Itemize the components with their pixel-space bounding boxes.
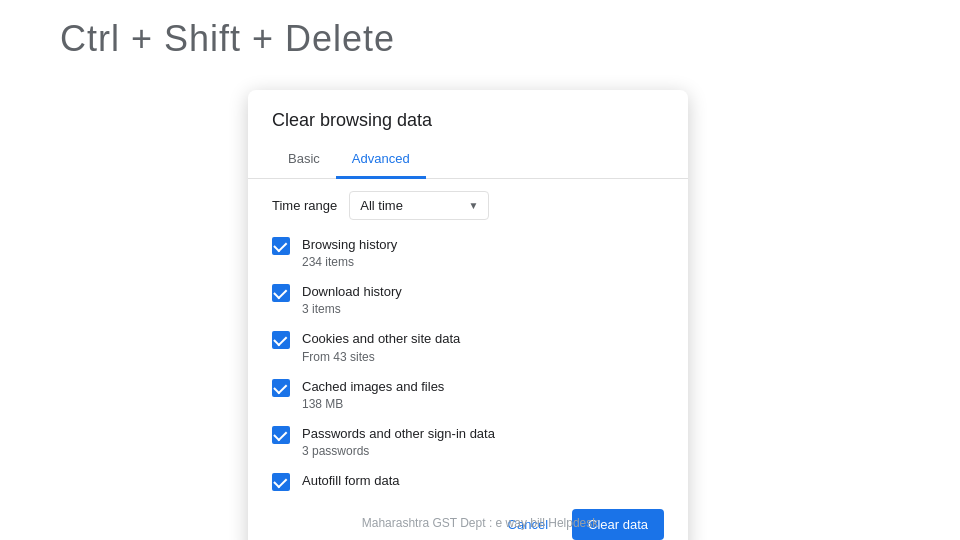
list-item: Passwords and other sign-in data 3 passw…	[272, 425, 664, 458]
tab-advanced[interactable]: Advanced	[336, 141, 426, 179]
clear-browsing-data-dialog: Clear browsing data Basic Advanced Time …	[248, 90, 688, 540]
dialog-title: Clear browsing data	[248, 90, 688, 141]
list-item: Cookies and other site data From 43 site…	[272, 330, 664, 363]
download-history-text: Download history 3 items	[302, 283, 664, 316]
cancel-button[interactable]: Cancel	[492, 509, 564, 540]
dialog-body: Time range All time ▼ Browsing history 2…	[248, 179, 688, 499]
list-item: Browsing history 234 items	[272, 236, 664, 269]
tab-basic[interactable]: Basic	[272, 141, 336, 179]
browsing-history-title: Browsing history	[302, 236, 664, 254]
time-range-label: Time range	[272, 198, 337, 213]
keyboard-shortcut: Ctrl + Shift + Delete	[60, 18, 395, 60]
clear-data-button[interactable]: Clear data	[572, 509, 664, 540]
cookies-text: Cookies and other site data From 43 site…	[302, 330, 664, 363]
list-item: Cached images and files 138 MB	[272, 378, 664, 411]
cookies-title: Cookies and other site data	[302, 330, 664, 348]
browsing-history-checkbox[interactable]	[272, 237, 290, 255]
browsing-history-subtitle: 234 items	[302, 255, 664, 269]
cookies-checkbox[interactable]	[272, 331, 290, 349]
autofill-text: Autofill form data	[302, 472, 664, 491]
time-range-value: All time	[360, 198, 403, 213]
passwords-title: Passwords and other sign-in data	[302, 425, 664, 443]
time-range-row: Time range All time ▼	[272, 191, 664, 220]
download-history-subtitle: 3 items	[302, 302, 664, 316]
list-item: Download history 3 items	[272, 283, 664, 316]
download-history-checkbox[interactable]	[272, 284, 290, 302]
cached-images-subtitle: 138 MB	[302, 397, 664, 411]
cached-images-text: Cached images and files 138 MB	[302, 378, 664, 411]
dialog-footer: Cancel Clear data	[248, 499, 688, 540]
browsing-history-text: Browsing history 234 items	[302, 236, 664, 269]
cookies-subtitle: From 43 sites	[302, 350, 664, 364]
autofill-title: Autofill form data	[302, 472, 664, 490]
tabs-row: Basic Advanced	[248, 141, 688, 179]
cached-images-checkbox[interactable]	[272, 379, 290, 397]
download-history-title: Download history	[302, 283, 664, 301]
autofill-checkbox[interactable]	[272, 473, 290, 491]
passwords-checkbox[interactable]	[272, 426, 290, 444]
cached-images-title: Cached images and files	[302, 378, 664, 396]
dropdown-arrow-icon: ▼	[468, 200, 478, 211]
passwords-text: Passwords and other sign-in data 3 passw…	[302, 425, 664, 458]
passwords-subtitle: 3 passwords	[302, 444, 664, 458]
time-range-select[interactable]: All time ▼	[349, 191, 489, 220]
list-item: Autofill form data	[272, 472, 664, 491]
